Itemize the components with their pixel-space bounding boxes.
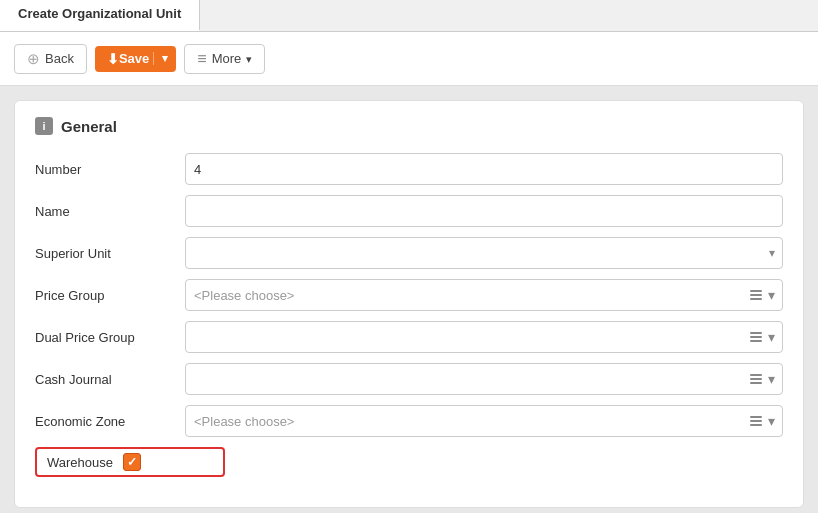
main-content: i General Number Name Superior Unit ▾ Pr… [0, 86, 818, 513]
title-tab: Create Organizational Unit [0, 0, 200, 31]
more-button[interactable]: More [184, 44, 265, 74]
section-header: i General [35, 117, 783, 135]
superior-unit-wrapper: ▾ [185, 237, 783, 269]
superior-unit-select[interactable] [185, 237, 783, 269]
more-icon [197, 50, 206, 68]
more-chevron-icon [246, 51, 252, 66]
save-caret[interactable]: ▾ [153, 52, 176, 65]
price-group-wrapper: <Please choose> ▾ [185, 279, 783, 311]
number-row: Number [35, 153, 783, 185]
back-button[interactable]: Back [14, 44, 87, 74]
name-row: Name [35, 195, 783, 227]
economic-zone-wrapper: <Please choose> ▾ [185, 405, 783, 437]
section-title: General [61, 118, 117, 135]
warehouse-box: Warehouse [35, 447, 225, 477]
superior-unit-label: Superior Unit [35, 246, 185, 261]
price-group-label: Price Group [35, 288, 185, 303]
name-input[interactable] [185, 195, 783, 227]
more-label: More [212, 51, 242, 66]
save-icon: ⬇ [107, 51, 119, 67]
dual-price-group-wrapper: ▾ [185, 321, 783, 353]
info-icon: i [35, 117, 53, 135]
economic-zone-row: Economic Zone <Please choose> ▾ [35, 405, 783, 437]
economic-zone-select[interactable]: <Please choose> [185, 405, 783, 437]
cash-journal-select[interactable] [185, 363, 783, 395]
warehouse-row: Warehouse [35, 447, 783, 477]
superior-unit-row: Superior Unit ▾ [35, 237, 783, 269]
cash-journal-row: Cash Journal ▾ [35, 363, 783, 395]
name-label: Name [35, 204, 185, 219]
back-icon [27, 50, 40, 68]
general-card: i General Number Name Superior Unit ▾ Pr… [14, 100, 804, 508]
dual-price-group-select[interactable] [185, 321, 783, 353]
number-input[interactable] [185, 153, 783, 185]
cash-journal-label: Cash Journal [35, 372, 185, 387]
price-group-select[interactable]: <Please choose> [185, 279, 783, 311]
warehouse-label: Warehouse [47, 455, 113, 470]
save-button[interactable]: ⬇ Save ▾ [95, 46, 176, 72]
cash-journal-wrapper: ▾ [185, 363, 783, 395]
number-label: Number [35, 162, 185, 177]
tab-label: Create Organizational Unit [18, 6, 181, 21]
dual-price-group-label: Dual Price Group [35, 330, 185, 345]
price-group-row: Price Group <Please choose> ▾ [35, 279, 783, 311]
warehouse-checkbox[interactable] [123, 453, 141, 471]
toolbar: Back ⬇ Save ▾ More [0, 32, 818, 86]
save-label: Save [119, 51, 153, 66]
title-bar: Create Organizational Unit [0, 0, 818, 32]
economic-zone-label: Economic Zone [35, 414, 185, 429]
dual-price-group-row: Dual Price Group ▾ [35, 321, 783, 353]
back-label: Back [45, 51, 74, 66]
